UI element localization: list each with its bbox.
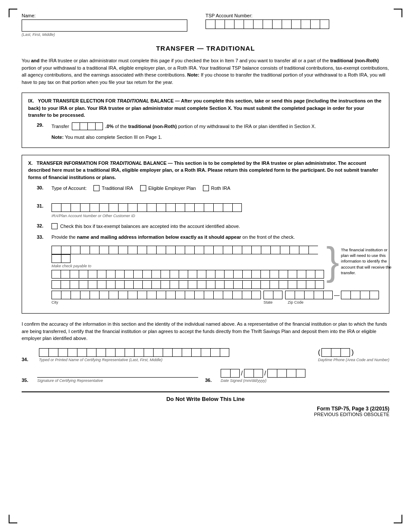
addr-r2-c30[interactable] — [315, 270, 324, 279]
rep-c7[interactable] — [96, 348, 106, 357]
check-r1-c24[interactable] — [270, 246, 280, 254]
addr-r2-c9[interactable] — [124, 270, 133, 279]
addr-r3-c27[interactable] — [288, 280, 297, 289]
acct-cell-14[interactable] — [175, 203, 185, 212]
city-c7[interactable] — [109, 291, 118, 299]
dd-c1[interactable] — [244, 369, 254, 378]
rep-c1[interactable] — [39, 348, 48, 357]
transfer-cell-4[interactable] — [95, 122, 103, 130]
check-r1-c17[interactable] — [204, 246, 213, 254]
rep-c17[interactable] — [191, 348, 201, 357]
city-c2[interactable] — [61, 291, 71, 299]
addr-r3-c19[interactable] — [215, 280, 224, 289]
tsp-cell-13[interactable] — [320, 19, 329, 29]
rep-c12[interactable] — [144, 348, 153, 357]
addr-r3-c29[interactable] — [306, 280, 315, 289]
check-r1-c1[interactable] — [51, 246, 61, 254]
acct-cell-9[interactable] — [128, 203, 137, 212]
acct-cell-16[interactable] — [194, 203, 204, 212]
acct-cell-8[interactable] — [118, 203, 128, 212]
check-r1-c26[interactable] — [289, 246, 299, 254]
dd-c2[interactable] — [254, 369, 263, 378]
transfer-cell-2[interactable] — [80, 122, 87, 130]
rep-c15[interactable] — [172, 348, 182, 357]
check-r1-c27[interactable] — [299, 246, 308, 254]
addr-r3-c18[interactable] — [206, 280, 215, 289]
city-c16[interactable] — [194, 291, 204, 299]
yyyy-c4[interactable] — [296, 369, 305, 378]
addr-r2-c7[interactable] — [106, 270, 115, 279]
addr-r2-c5[interactable] — [88, 270, 97, 279]
city-c17[interactable] — [204, 291, 213, 299]
addr-r2-c25[interactable] — [270, 270, 279, 279]
check-r1-c7[interactable] — [109, 246, 118, 254]
check-r1-c14[interactable] — [175, 246, 185, 254]
tsp-cell-3[interactable] — [225, 19, 234, 29]
addr-r3-c2[interactable] — [61, 280, 70, 289]
city-c6[interactable] — [99, 291, 109, 299]
state-c2[interactable] — [273, 291, 283, 299]
tsp-cell-8[interactable] — [272, 19, 282, 29]
check-r1-c3[interactable] — [71, 246, 80, 254]
rep-c2[interactable] — [48, 348, 58, 357]
rep-c4[interactable] — [67, 348, 77, 357]
ac-c2[interactable] — [331, 348, 340, 357]
rep-c11[interactable] — [134, 348, 144, 357]
check-r1-c10[interactable] — [137, 246, 147, 254]
city-c10[interactable] — [137, 291, 147, 299]
addr-r2-c20[interactable] — [224, 270, 233, 279]
addr-r2-c16[interactable] — [188, 270, 197, 279]
addr-r3-c10[interactable] — [133, 280, 142, 289]
tsp-cell-5[interactable] — [244, 19, 253, 29]
tsp-cell-4[interactable] — [234, 19, 244, 29]
rep-c13[interactable] — [153, 348, 163, 357]
acct-cell-17[interactable] — [204, 203, 213, 212]
state-c1[interactable] — [263, 291, 273, 299]
addr-r3-c22[interactable] — [242, 280, 251, 289]
check-r1-c8[interactable] — [118, 246, 128, 254]
addr-r2-c8[interactable] — [115, 270, 124, 279]
rep-c18[interactable] — [201, 348, 210, 357]
addr-r3-c3[interactable] — [70, 280, 79, 289]
addr-r3-c28[interactable] — [297, 280, 306, 289]
ac-c3[interactable] — [340, 348, 350, 357]
addr-r3-c1[interactable] — [51, 280, 61, 289]
addr-r2-c14[interactable] — [170, 270, 179, 279]
acct-cell-4[interactable] — [80, 203, 90, 212]
zip-c6[interactable] — [341, 291, 350, 299]
addr-r3-c15[interactable] — [179, 280, 188, 289]
check-r1-c20[interactable] — [232, 246, 242, 254]
rep-c14[interactable] — [163, 348, 172, 357]
tsp-cell-9[interactable] — [282, 19, 291, 29]
addr-r2-c10[interactable] — [133, 270, 142, 279]
addr-r2-c1[interactable] — [51, 270, 61, 279]
tsp-cell-11[interactable] — [301, 19, 310, 29]
tsp-cell-1[interactable] — [206, 19, 215, 29]
addr-r2-c19[interactable] — [215, 270, 224, 279]
rep-c19[interactable] — [210, 348, 220, 357]
acct-cell-11[interactable] — [147, 203, 156, 212]
checkbox-tax-exempt[interactable] — [51, 223, 58, 229]
city-c20[interactable] — [232, 291, 242, 299]
rep-c10[interactable] — [125, 348, 134, 357]
city-c8[interactable] — [118, 291, 128, 299]
check-r1-c11[interactable] — [147, 246, 156, 254]
check-r1-c28[interactable] — [308, 246, 318, 254]
addr-r3-c25[interactable] — [270, 280, 279, 289]
acct-cell-18[interactable] — [213, 203, 223, 212]
rep-c6[interactable] — [87, 348, 96, 357]
acct-cell-3[interactable] — [71, 203, 80, 212]
city-c5[interactable] — [90, 291, 99, 299]
addr-r3-c12[interactable] — [151, 280, 161, 289]
tsp-cell-7[interactable] — [263, 19, 272, 29]
acct-cell-15[interactable] — [185, 203, 194, 212]
name-input[interactable] — [22, 19, 187, 32]
addr-r2-c13[interactable] — [161, 270, 170, 279]
tsp-cell-10[interactable] — [291, 19, 301, 29]
rep-c20[interactable] — [220, 348, 229, 357]
addr-r2-c21[interactable] — [233, 270, 242, 279]
acct-cell-12[interactable] — [156, 203, 166, 212]
acct-cell-20[interactable] — [232, 203, 242, 212]
city-c1[interactable] — [51, 291, 61, 299]
addr-r3-c6[interactable] — [97, 280, 106, 289]
